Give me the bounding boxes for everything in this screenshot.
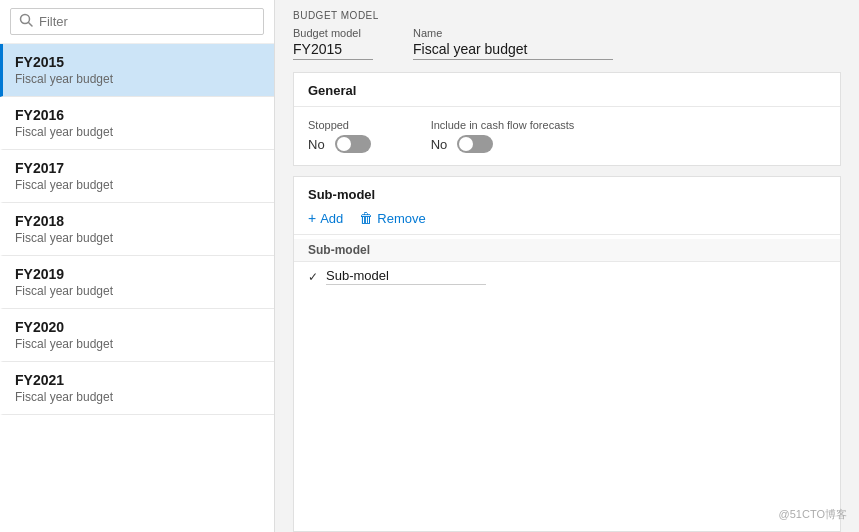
add-button[interactable]: + Add [308,210,343,226]
list-item[interactable]: FY2016 Fiscal year budget [0,97,274,150]
budget-model-label: Budget model [293,27,373,39]
item-title: FY2019 [15,266,262,282]
item-subtitle: Fiscal year budget [15,72,262,86]
item-title: FY2018 [15,213,262,229]
filter-input-wrap[interactable] [10,8,264,35]
item-title: FY2020 [15,319,262,335]
stopped-group: Stopped No [308,119,371,153]
header-fields: Budget model FY2015 Name Fiscal year bud… [293,27,841,60]
item-subtitle: Fiscal year budget [15,337,262,351]
item-title: FY2017 [15,160,262,176]
submodel-table-header: Sub-model [294,239,840,262]
name-label: Name [413,27,613,39]
general-section: General Stopped No Include in cash flow … [293,72,841,166]
general-fields-row: Stopped No Include in cash flow forecast… [308,119,826,153]
remove-button[interactable]: 🗑 Remove [359,210,425,226]
budget-model-field: Budget model FY2015 [293,27,373,60]
stopped-toggle[interactable] [335,135,371,153]
filter-input[interactable] [39,14,255,29]
list-item[interactable]: FY2018 Fiscal year budget [0,203,274,256]
submodel-col-header: Sub-model [308,243,370,257]
budget-model-section-label: BUDGET MODEL [293,10,841,21]
search-icon [19,13,33,30]
stopped-label: Stopped [308,119,371,131]
cashflow-group: Include in cash flow forecasts No [431,119,575,153]
stopped-value: No [308,137,325,152]
watermark: @51CTO博客 [779,507,847,522]
name-value[interactable]: Fiscal year budget [413,41,613,60]
item-subtitle: Fiscal year budget [15,178,262,192]
svg-line-1 [29,23,33,27]
item-subtitle: Fiscal year budget [15,390,262,404]
submodel-header: Sub-model + Add 🗑 Remove [294,177,840,235]
add-icon: + [308,210,316,226]
check-icon: ✓ [308,270,318,284]
remove-label: Remove [377,211,425,226]
item-subtitle: Fiscal year budget [15,284,262,298]
list-area: FY2015 Fiscal year budget FY2016 Fiscal … [0,44,274,532]
stopped-toggle-row: No [308,135,371,153]
list-item[interactable]: FY2019 Fiscal year budget [0,256,274,309]
add-label: Add [320,211,343,226]
submodel-title: Sub-model [308,187,826,202]
general-body: Stopped No Include in cash flow forecast… [294,107,840,165]
filter-bar [0,0,274,44]
list-item[interactable]: FY2015 Fiscal year budget [0,44,274,97]
left-panel: FY2015 Fiscal year budget FY2016 Fiscal … [0,0,275,532]
cashflow-toggle[interactable] [457,135,493,153]
item-subtitle: Fiscal year budget [15,231,262,245]
item-title: FY2016 [15,107,262,123]
table-row[interactable]: ✓ Sub-model [294,262,840,291]
name-field: Name Fiscal year budget [413,27,613,60]
general-title: General [294,73,840,107]
budget-model-header: BUDGET MODEL Budget model FY2015 Name Fi… [275,0,859,60]
item-title: FY2015 [15,54,262,70]
budget-model-value[interactable]: FY2015 [293,41,373,60]
right-panel: BUDGET MODEL Budget model FY2015 Name Fi… [275,0,859,532]
submodel-cell: Sub-model [326,268,486,285]
submodel-toolbar: + Add 🗑 Remove [308,210,826,226]
submodel-section: Sub-model + Add 🗑 Remove Sub-model ✓ Sub… [293,176,841,532]
list-item[interactable]: FY2021 Fiscal year budget [0,362,274,415]
cashflow-label: Include in cash flow forecasts [431,119,575,131]
item-title: FY2021 [15,372,262,388]
remove-icon: 🗑 [359,210,373,226]
cashflow-value: No [431,137,448,152]
item-subtitle: Fiscal year budget [15,125,262,139]
submodel-table: Sub-model ✓ Sub-model [294,235,840,295]
list-item[interactable]: FY2020 Fiscal year budget [0,309,274,362]
cashflow-toggle-row: No [431,135,575,153]
list-item[interactable]: FY2017 Fiscal year budget [0,150,274,203]
